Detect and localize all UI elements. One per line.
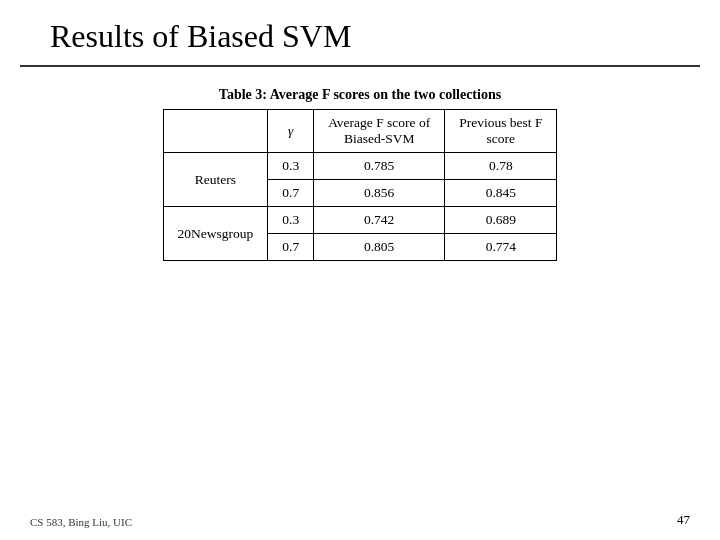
col-header-prev-best: Previous best Fscore bbox=[445, 110, 557, 153]
content-area: Table 3: Average F scores on the two col… bbox=[0, 67, 720, 281]
avg-f-20ng-1: 0.742 bbox=[314, 207, 445, 234]
data-table: γ Average F score ofBiased-SVM Previous … bbox=[163, 109, 558, 261]
gamma-reuters-1: 0.3 bbox=[268, 153, 314, 180]
prev-best-reuters-1: 0.78 bbox=[445, 153, 557, 180]
prev-best-20ng-2: 0.774 bbox=[445, 234, 557, 261]
prev-best-reuters-2: 0.845 bbox=[445, 180, 557, 207]
col-header-gamma: γ bbox=[268, 110, 314, 153]
footer-label: CS 583, Bing Liu, UIC bbox=[30, 516, 132, 528]
gamma-reuters-2: 0.7 bbox=[268, 180, 314, 207]
gamma-20ng-1: 0.3 bbox=[268, 207, 314, 234]
page-number: 47 bbox=[677, 512, 690, 528]
col-header-avg-f: Average F score ofBiased-SVM bbox=[314, 110, 445, 153]
avg-f-20ng-2: 0.805 bbox=[314, 234, 445, 261]
table-row: Reuters 0.3 0.785 0.78 bbox=[163, 153, 557, 180]
page-title: Results of Biased SVM bbox=[20, 0, 700, 67]
dataset-reuters: Reuters bbox=[163, 153, 268, 207]
dataset-20newsgroup: 20Newsgroup bbox=[163, 207, 268, 261]
table-caption: Table 3: Average F scores on the two col… bbox=[40, 87, 680, 103]
gamma-20ng-2: 0.7 bbox=[268, 234, 314, 261]
col-header-dataset bbox=[163, 110, 268, 153]
prev-best-20ng-1: 0.689 bbox=[445, 207, 557, 234]
avg-f-reuters-2: 0.856 bbox=[314, 180, 445, 207]
avg-f-reuters-1: 0.785 bbox=[314, 153, 445, 180]
table-row: 20Newsgroup 0.3 0.742 0.689 bbox=[163, 207, 557, 234]
